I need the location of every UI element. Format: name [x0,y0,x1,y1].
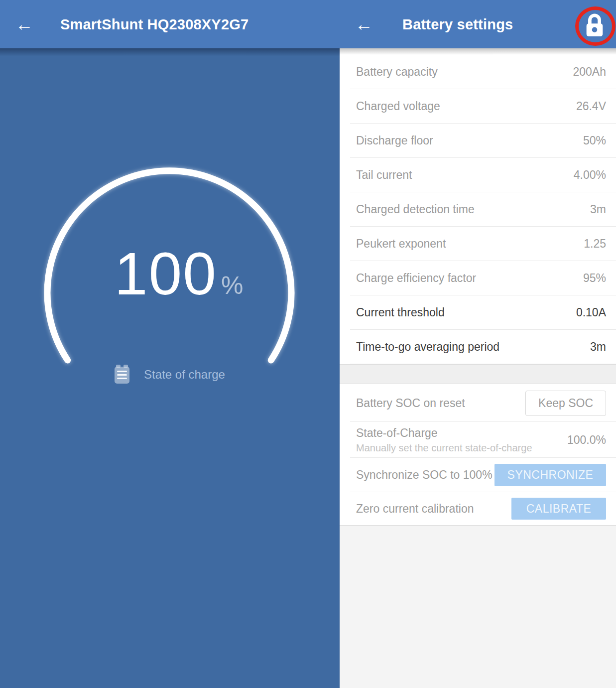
device-header: ← SmartShunt HQ2308XY2G7 [0,0,340,48]
keep-soc-button[interactable]: Keep SOC [525,391,606,416]
setting-label: Charged voltage [356,100,440,113]
header-shadow [340,48,616,55]
settings-row-discharge-floor[interactable]: Discharge floor 50% [340,124,616,158]
setting-value: 3m [590,203,606,216]
setting-value: 200Ah [573,65,606,79]
setting-label: Peukert exponent [356,237,446,251]
device-title: SmartShunt HQ2308XY2G7 [60,16,248,32]
setting-label: Battery capacity [356,65,438,79]
setting-label: Discharge floor [356,134,433,147]
settings-row-time-to-go-averaging-period[interactable]: Time-to-go averaging period 3m [340,330,616,364]
setting-label: Charge efficiency factor [356,272,476,285]
setting-value: 0.10A [576,306,606,319]
app: ← SmartShunt HQ2308XY2G7 100 % State of … [0,0,616,688]
setting-value: 1.25 [584,237,606,251]
soc-unit: % [221,273,243,299]
settings-row-charged-voltage[interactable]: Charged voltage 26.4V [340,89,616,124]
soc-caption: State of charge [144,368,225,382]
empty-area [340,525,616,688]
settings-row-peukert-exponent[interactable]: Peukert exponent 1.25 [340,227,616,261]
soc-gauge-arc [0,0,340,399]
settings-row-charge-efficiency-factor[interactable]: Charge efficiency factor 95% [340,261,616,295]
calibrate-button[interactable]: CALIBRATE [511,498,606,520]
settings-row-current-threshold[interactable]: Current threshold 0.10A [340,295,616,330]
row-battery-soc-on-reset: Battery SOC on reset Keep SOC [340,384,616,422]
row-zero-current-calibration: Zero current calibration CALIBRATE [340,492,616,525]
setting-value: 3m [590,340,606,354]
settings-header: ← Battery settings [340,0,616,48]
setting-value: 95% [583,272,606,285]
setting-label: Synchronize SOC to 100% [356,468,493,482]
setting-label: Battery SOC on reset [356,397,465,410]
soc-gauge-reading: 100 % [9,248,349,299]
battery-icon-tab [123,365,128,368]
setting-label: Zero current calibration [356,502,474,516]
setting-value: 26.4V [576,100,606,113]
section-divider [340,364,616,384]
back-arrow-icon[interactable]: ← [15,15,33,33]
settings-row-charged-detection-time[interactable]: Charged detection time 3m [340,192,616,227]
setting-subtitle: Manually set the current state-of-charge [356,442,532,454]
back-arrow-icon[interactable]: ← [355,15,373,33]
setting-value: 100.0% [567,433,606,447]
setting-label: Tail current [356,168,412,182]
settings-row-battery-capacity[interactable]: Battery capacity 200Ah [340,55,616,89]
battery-icon-tab [116,365,121,368]
setting-value: 50% [583,134,606,147]
setting-value: 4.00% [574,168,606,182]
lock-icon[interactable] [584,13,606,37]
soc-caption-row: State of charge [0,364,340,386]
setting-label: State-of-Charge [356,426,532,440]
setting-label: Time-to-go averaging period [356,340,499,354]
battery-icon-line [117,371,127,372]
row-synchronize-soc: Synchronize SOC to 100% SYNCHRONIZE [340,458,616,492]
battery-settings-panel: ← Battery settings Battery capacity 200A… [340,0,616,688]
battery-icon-line [117,374,127,376]
setting-label: Current threshold [356,306,445,319]
settings-title: Battery settings [402,16,513,32]
row-state-of-charge[interactable]: State-of-Charge Manually set the current… [340,422,616,458]
setting-label: Charged detection time [356,203,475,216]
synchronize-button[interactable]: SYNCHRONIZE [494,464,606,486]
device-status-panel: ← SmartShunt HQ2308XY2G7 100 % State of … [0,0,340,688]
battery-icon [115,367,129,384]
settings-list: Battery capacity 200Ah Charged voltage 2… [340,55,616,688]
battery-icon-line [117,378,127,379]
soc-value: 100 [115,248,217,299]
header-shadow [0,48,340,56]
settings-row-tail-current[interactable]: Tail current 4.00% [340,158,616,192]
